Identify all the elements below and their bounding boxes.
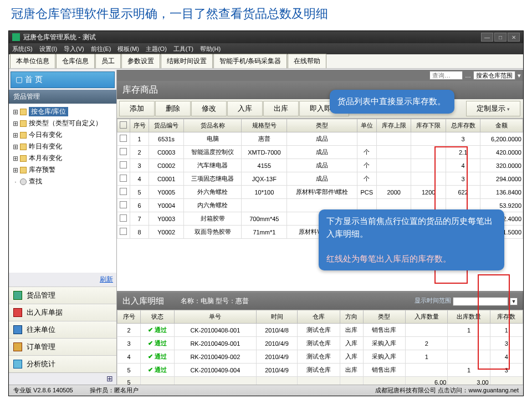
refresh-link[interactable]: 刷新	[9, 273, 116, 287]
table-row[interactable]: 2通过CK-20100408-0012010/4/8测试仓库出库销售出库11	[117, 324, 523, 337]
out-button[interactable]: 出库	[263, 101, 299, 116]
custom-display-button[interactable]: 定制显示	[466, 101, 520, 116]
menu-help[interactable]: 帮助(H)	[200, 45, 221, 53]
table-row[interactable]: 4通过RK-20100409-0022010/4/9测试仓库入库采购入库14	[117, 350, 523, 364]
app-icon	[12, 33, 20, 41]
time-range-input[interactable]	[453, 297, 508, 306]
detail-name-label: 名称：电脑 型号：惠普	[181, 296, 249, 306]
tab-staff[interactable]: 员工	[95, 54, 121, 68]
menu-theme[interactable]: 主题(O)	[146, 45, 167, 53]
sidebar-nav-button[interactable]: 货品管理	[9, 287, 116, 304]
col-header[interactable]: 类型	[287, 119, 357, 132]
sidebar-section-title: 货品管理	[9, 90, 116, 104]
sidebar: ▢ 首 页 货品管理 ⊞按仓库/库位⊞按类型（类型可自定义）⊞今日有变化⊞昨日有…	[9, 70, 117, 385]
tree-item[interactable]: ⊞按仓库/库位	[10, 106, 115, 117]
table-row[interactable]: 5通过CK-20100409-0042010/4/9测试仓库出库销售出库13	[117, 364, 523, 377]
col-header[interactable]	[117, 119, 130, 132]
tree-item[interactable]: ⊞昨日有变化	[10, 141, 115, 152]
col-header[interactable]: 序号	[130, 119, 149, 132]
home-button[interactable]: ▢ 首 页	[11, 71, 115, 88]
tab-params[interactable]: 参数设置	[121, 54, 160, 68]
add-button[interactable]: 添加	[119, 101, 155, 116]
col-header[interactable]: 库存上限	[376, 119, 411, 132]
callout-stock-column: 货品列表中直接显示库存数。	[330, 90, 454, 114]
sidebar-nav-button[interactable]: 往来单位	[9, 321, 116, 338]
status-company: 成都冠唐科技有限公司 点击访问：www.guantang.net	[375, 386, 519, 395]
status-operator: 操作员：匿名用户	[90, 386, 139, 395]
search-scope-select[interactable]: 搜索仓库范围	[473, 71, 515, 80]
window-title: 冠唐仓库管理系统 - 测试	[23, 33, 96, 42]
col-header[interactable]: 库存下限	[411, 119, 446, 132]
detail-header: 出入库明细 名称：电脑 型号：惠普 显示时间范围 ▼	[117, 293, 523, 310]
col-header[interactable]: 入库数量	[406, 310, 448, 324]
col-header[interactable]: 出库数量	[448, 310, 490, 324]
col-header[interactable]: 类型	[363, 310, 405, 324]
statusbar: 专业版 V2.8.6 140505 操作员：匿名用户 成都冠唐科技有限公司 点击…	[9, 385, 523, 396]
tab-company[interactable]: 本单位信息	[10, 54, 55, 68]
menubar[interactable]: 系统(S) 设置(I) 导入(V) 前往(E) 模板(M) 主题(O) 工具(T…	[9, 43, 523, 54]
in-button[interactable]: 入库	[227, 101, 263, 116]
menu-tools[interactable]: 工具(T)	[173, 45, 193, 53]
sidebar-footer-icon[interactable]: ⊞	[9, 372, 116, 385]
table-row[interactable]: 3通过RK-20100409-0012010/4/9测试仓库入库采购入库23	[117, 337, 523, 350]
detail-area: 出入库明细 名称：电脑 型号：惠普 显示时间范围 ▼ 序号状态单号时间仓库方向类…	[117, 291, 523, 385]
tab-closetime[interactable]: 结账时间设置	[161, 54, 213, 68]
sidebar-tree[interactable]: ⊞按仓库/库位⊞按类型（类型可自定义）⊞今日有变化⊞昨日有变化⊞本月有变化⊞库存…	[9, 104, 116, 273]
col-header[interactable]: 状态	[141, 310, 175, 324]
col-header[interactable]: 单号	[174, 310, 256, 324]
col-header[interactable]: 货品名称	[183, 119, 242, 132]
sidebar-nav-button[interactable]: 分析统计	[9, 355, 116, 372]
tree-item[interactable]: ⊞本月有变化	[10, 152, 115, 164]
col-header[interactable]: 规格型号	[242, 119, 287, 132]
menu-goto[interactable]: 前往(E)	[91, 45, 111, 53]
edit-button[interactable]: 修改	[191, 101, 227, 116]
tab-onlinehelp[interactable]: 在线帮助	[288, 54, 326, 68]
table-row[interactable]: 3C0002汽车继电器4155成品个4320.0000	[117, 159, 523, 172]
inventory-header: 库存商品	[117, 81, 523, 99]
table-row[interactable]: 16531s电脑惠普成品36,200.0000	[117, 132, 523, 146]
col-header[interactable]: 方向	[340, 310, 363, 324]
sidebar-nav-button[interactable]: 订单管理	[9, 338, 116, 355]
callout-detail: 下方显示当前焦点行位置的货品的历史每笔出入库明细。 红线处为每笔出入库后的库存数…	[319, 209, 504, 270]
search-bar: … 搜索仓库范围 ▾	[117, 70, 523, 81]
titlebar: 冠唐仓库管理系统 - 测试 — □ ✕	[9, 31, 523, 43]
time-range-label: 显示时间范围	[415, 297, 451, 304]
tree-item[interactable]: ·查找	[10, 176, 115, 187]
menu-settings[interactable]: 设置(I)	[39, 45, 57, 53]
search-input[interactable]	[429, 71, 463, 80]
menu-system[interactable]: 系统(S)	[12, 45, 33, 53]
delete-button[interactable]: 删除	[155, 101, 191, 116]
close-button[interactable]: ✕	[508, 33, 520, 42]
col-header[interactable]: 库存数	[490, 310, 523, 324]
col-header[interactable]: 仓库	[298, 310, 340, 324]
col-header[interactable]: 时间	[256, 310, 298, 324]
table-row[interactable]: 2C0003智能温度控制仪XMTD-7000成品个2.1420.0000	[117, 146, 523, 159]
table-row[interactable]: 4C0001三项固态继电器JQX-13F成品个3294.0000	[117, 172, 523, 186]
col-header[interactable]: 金额	[480, 119, 523, 132]
tabbar: 本单位信息 仓库信息 员工 参数设置 结账时间设置 智能手机/条码采集器 在线帮…	[9, 54, 523, 69]
page-heading: 冠唐仓库管理软件显示明确，一目了然查看货品总数及明细	[0, 0, 532, 27]
col-header[interactable]: 货品编号	[149, 119, 183, 132]
status-version: 专业版 V2.8.6 140505	[13, 386, 73, 395]
tree-item[interactable]: ⊞今日有变化	[10, 129, 115, 141]
maximize-button[interactable]: □	[494, 33, 507, 42]
inventory-toolbar: 添加 删除 修改 入库 出库 即入即出 定制显示	[117, 99, 523, 119]
tree-item[interactable]: ⊞按类型（类型可自定义）	[10, 117, 115, 129]
col-header[interactable]: 单位	[357, 119, 376, 132]
menu-import[interactable]: 导入(V)	[64, 45, 84, 53]
tab-barcode[interactable]: 智能手机/条码采集器	[213, 54, 287, 68]
sidebar-nav-button[interactable]: 出入库单据	[9, 304, 116, 321]
minimize-button[interactable]: —	[481, 33, 493, 42]
col-header[interactable]: 总库存数	[446, 119, 480, 132]
col-header[interactable]: 序号	[117, 310, 141, 324]
menu-template[interactable]: 模板(M)	[117, 45, 139, 53]
tab-warehouse[interactable]: 仓库信息	[56, 54, 95, 68]
detail-dropdown[interactable]: ▼	[510, 298, 518, 305]
detail-grid[interactable]: 序号状态单号时间仓库方向类型入库数量出库数量库存数2通过CK-20100408-…	[117, 310, 523, 385]
table-row[interactable]: 5Y0005外六角螺栓10*100原材料\零部件\螺栓PCS2000120062…	[117, 186, 523, 199]
tree-item[interactable]: ⊞库存预警	[10, 164, 115, 176]
